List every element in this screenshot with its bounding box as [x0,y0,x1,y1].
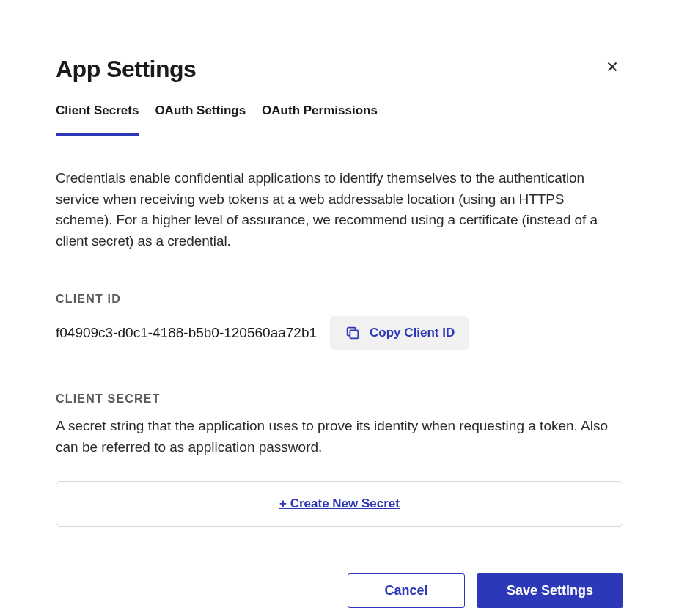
tab-client-secrets[interactable]: Client Secrets [56,103,139,136]
save-settings-button[interactable]: Save Settings [477,573,623,608]
client-secret-section: CLIENT SECRET A secret string that the a… [56,392,623,527]
client-id-value: f04909c3-d0c1-4188-b5b0-120560aa72b1 [56,325,317,341]
create-new-secret-button[interactable]: + Create New Secret [56,481,623,527]
page-title: App Settings [56,56,623,83]
modal-footer: Cancel Save Settings [56,573,623,608]
svg-rect-0 [350,330,358,338]
client-id-label: CLIENT ID [56,293,623,306]
tab-oauth-settings[interactable]: OAuth Settings [155,103,246,136]
tab-description: Credentials enable confidential applicat… [56,168,623,252]
app-settings-modal: App Settings Client Secrets OAuth Settin… [0,0,679,616]
tab-oauth-permissions[interactable]: OAuth Permissions [262,103,378,136]
copy-client-id-label: Copy Client ID [370,326,455,340]
copy-client-id-button[interactable]: Copy Client ID [330,316,469,350]
client-secret-label: CLIENT SECRET [56,392,623,406]
client-id-section: CLIENT ID f04909c3-d0c1-4188-b5b0-120560… [56,293,623,350]
close-icon [604,59,620,75]
cancel-button[interactable]: Cancel [348,573,465,608]
tabs: Client Secrets OAuth Settings OAuth Perm… [56,103,623,136]
close-button[interactable] [601,56,623,80]
copy-icon [345,325,361,341]
client-secret-description: A secret string that the application use… [56,416,623,458]
